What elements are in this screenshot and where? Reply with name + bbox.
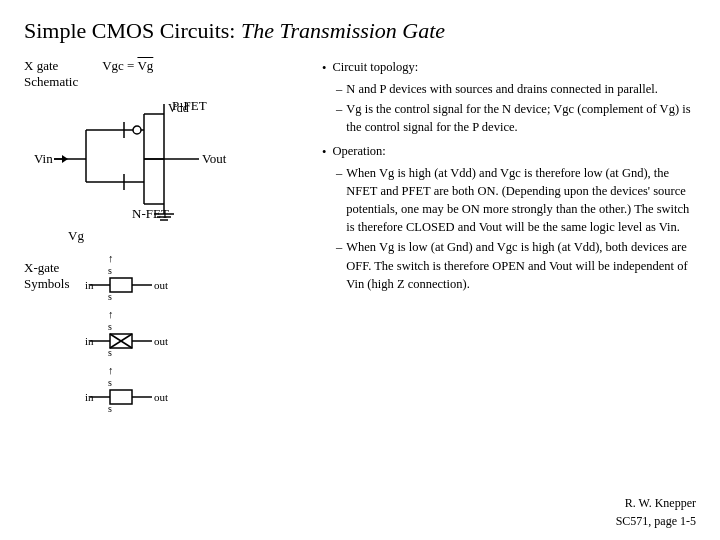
svg-text:in: in [85,391,94,403]
svg-marker-21 [62,155,68,163]
svg-text:s: s [108,347,112,358]
left-panel: X gate Schematic Vgc = Vg P-FET [24,58,304,450]
sub-bullet-1-2: – Vg is the control signal for the N dev… [336,100,696,136]
footer-line1: R. W. Knepper [616,494,696,512]
sub-bullets-2: – When Vg is high (at Vdd) and Vgc is th… [336,164,696,293]
bullet-section-1: • Circuit topology: – N and P devices wi… [322,58,696,136]
svg-text:s: s [108,377,112,388]
svg-text:in: in [85,279,94,291]
page-title: Simple CMOS Circuits: The Transmission G… [24,18,696,44]
svg-text:s: s [108,321,112,332]
xgate-symbols-svg: ↑ s in out s ↑ s in [80,250,260,450]
sub-bullet-2-2: – When Vg is low (at Gnd) and Vgc is hig… [336,238,696,292]
x-gate-schematic-label: X gate Schematic [24,58,78,90]
svg-text:out: out [154,335,168,347]
svg-text:out: out [154,279,168,291]
footer: R. W. Knepper SC571, page 1-5 [616,494,696,530]
page: Simple CMOS Circuits: The Transmission G… [0,0,720,540]
vg-label: Vg [68,228,304,244]
svg-text:s: s [108,403,112,414]
sub-bullets-1: – N and P devices with sources and drain… [336,80,696,136]
schematic-svg: P-FET Vdd [24,94,284,224]
footer-line2: SC571, page 1-5 [616,512,696,530]
vgc-label: Vgc = Vg [102,58,153,90]
svg-text:Vdd: Vdd [168,101,189,115]
bullet-1-header: • Circuit topology: [322,58,696,78]
svg-text:Vin: Vin [34,151,53,166]
svg-text:↑: ↑ [108,364,114,376]
svg-point-7 [133,126,141,134]
svg-text:↑: ↑ [108,252,114,264]
svg-text:in: in [85,335,94,347]
svg-text:Vout: Vout [202,151,227,166]
title-main: Simple CMOS Circuits: [24,18,235,43]
bullet-dot-2: • [322,143,326,162]
right-panel: • Circuit topology: – N and P devices wi… [304,58,696,450]
bullet-2-header: • Operation: [322,142,696,162]
svg-text:s: s [108,265,112,276]
content-area: X gate Schematic Vgc = Vg P-FET [24,58,696,450]
svg-rect-50 [110,390,132,404]
svg-text:↑: ↑ [108,308,114,320]
sub-bullet-2-1: – When Vg is high (at Vdd) and Vgc is th… [336,164,696,237]
vg-overline: Vg [137,58,153,73]
svg-text:s: s [108,291,112,302]
bullet-section-2: • Operation: – When Vg is high (at Vdd) … [322,142,696,293]
title-italic: The Transmission Gate [241,18,445,43]
svg-text:N-FET: N-FET [132,206,169,221]
xgate-symbols-text: X-gate Symbols [24,260,70,450]
sub-bullet-1-1: – N and P devices with sources and drain… [336,80,696,98]
svg-text:out: out [154,391,168,403]
svg-rect-32 [110,278,132,292]
bullet-dot-1: • [322,59,326,78]
